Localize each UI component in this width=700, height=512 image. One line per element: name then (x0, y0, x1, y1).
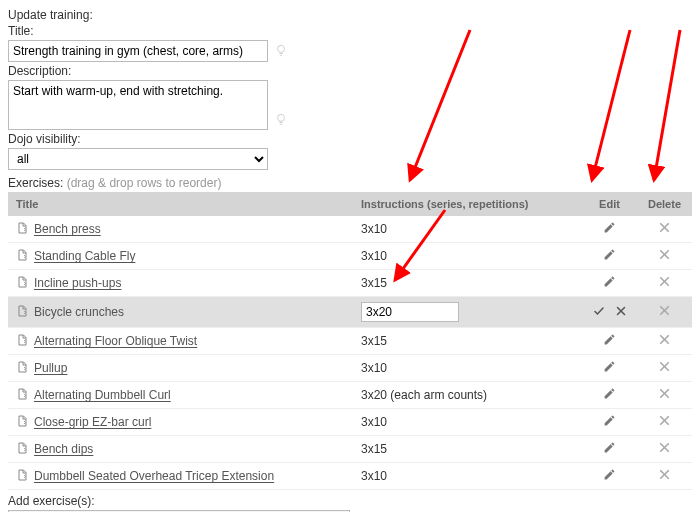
table-row[interactable]: Incline push-ups3x15 (8, 270, 692, 297)
update-training-label: Update training: (8, 8, 692, 22)
title-label: Title: (8, 24, 692, 38)
edit-button[interactable] (603, 414, 616, 430)
title-input[interactable] (8, 40, 268, 62)
table-row[interactable]: Bench dips3x15 (8, 436, 692, 463)
exercise-title[interactable]: Incline push-ups (34, 276, 121, 290)
exercise-title[interactable]: Bench dips (34, 442, 93, 456)
instructions-text: 3x10 (361, 469, 387, 483)
instructions-text: 3x10 (361, 249, 387, 263)
table-row[interactable]: Close-grip EZ-bar curl3x10 (8, 409, 692, 436)
instructions-input[interactable] (361, 302, 459, 322)
instructions-text: 3x15 (361, 276, 387, 290)
delete-button[interactable] (658, 248, 671, 264)
edit-button[interactable] (603, 275, 616, 291)
table-row[interactable]: Bench press3x10 (8, 216, 692, 243)
delete-button[interactable] (658, 414, 671, 430)
confirm-edit-button[interactable] (593, 305, 605, 320)
delete-button[interactable] (658, 441, 671, 457)
col-delete: Delete (637, 192, 692, 216)
add-exercise-label: Add exercise(s): (8, 494, 692, 508)
col-instructions[interactable]: Instructions (series, repetitions) (353, 192, 582, 216)
edit-button[interactable] (603, 468, 616, 484)
document-icon (16, 249, 28, 263)
exercise-title[interactable]: Pullup (34, 361, 67, 375)
instructions-text: 3x15 (361, 334, 387, 348)
document-icon (16, 334, 28, 348)
col-edit: Edit (582, 192, 637, 216)
document-icon (16, 222, 28, 236)
delete-button[interactable] (658, 387, 671, 403)
exercise-title[interactable]: Alternating Floor Oblique Twist (34, 334, 197, 348)
document-icon (16, 388, 28, 402)
document-icon (16, 305, 28, 319)
document-icon (16, 415, 28, 429)
exercises-label: Exercises: (8, 176, 63, 190)
delete-button[interactable] (658, 360, 671, 376)
document-icon (16, 361, 28, 375)
delete-button[interactable] (658, 304, 671, 320)
table-row[interactable]: Dumbbell Seated Overhead Tricep Extensio… (8, 463, 692, 490)
visibility-label: Dojo visibility: (8, 132, 692, 146)
svg-point-1 (278, 114, 285, 121)
edit-button[interactable] (603, 248, 616, 264)
instructions-text: 3x10 (361, 361, 387, 375)
table-row[interactable]: Alternating Dumbbell Curl3x20 (each arm … (8, 382, 692, 409)
table-row[interactable]: Alternating Floor Oblique Twist3x15 (8, 328, 692, 355)
visibility-select[interactable]: all (8, 148, 268, 170)
edit-button[interactable] (603, 333, 616, 349)
instructions-text: 3x15 (361, 442, 387, 456)
edit-button[interactable] (603, 441, 616, 457)
document-icon (16, 442, 28, 456)
delete-button[interactable] (658, 468, 671, 484)
description-label: Description: (8, 64, 692, 78)
cancel-edit-button[interactable] (615, 305, 627, 320)
instructions-text: 3x10 (361, 222, 387, 236)
table-row[interactable]: Pullup3x10 (8, 355, 692, 382)
exercise-title[interactable]: Dumbbell Seated Overhead Tricep Extensio… (34, 469, 274, 483)
exercises-table: Title Instructions (series, repetitions)… (8, 192, 692, 490)
delete-button[interactable] (658, 275, 671, 291)
document-icon (16, 276, 28, 290)
edit-button[interactable] (603, 360, 616, 376)
document-icon (16, 469, 28, 483)
lightbulb-icon (274, 112, 288, 128)
table-row[interactable]: Standing Cable Fly3x10 (8, 243, 692, 270)
edit-button[interactable] (603, 221, 616, 237)
exercise-title[interactable]: Close-grip EZ-bar curl (34, 415, 151, 429)
instructions-text: 3x10 (361, 415, 387, 429)
exercises-hint: (drag & drop rows to reorder) (67, 176, 222, 190)
delete-button[interactable] (658, 221, 671, 237)
delete-button[interactable] (658, 333, 671, 349)
table-row[interactable]: Bicycle crunches (8, 297, 692, 328)
exercise-title: Bicycle crunches (34, 305, 124, 319)
lightbulb-icon (274, 43, 288, 59)
exercise-title[interactable]: Bench press (34, 222, 101, 236)
edit-button[interactable] (603, 387, 616, 403)
exercise-title[interactable]: Standing Cable Fly (34, 249, 135, 263)
col-title[interactable]: Title (8, 192, 353, 216)
description-textarea[interactable] (8, 80, 268, 130)
instructions-text: 3x20 (each arm counts) (361, 388, 487, 402)
svg-point-0 (278, 45, 285, 52)
exercise-title[interactable]: Alternating Dumbbell Curl (34, 388, 171, 402)
